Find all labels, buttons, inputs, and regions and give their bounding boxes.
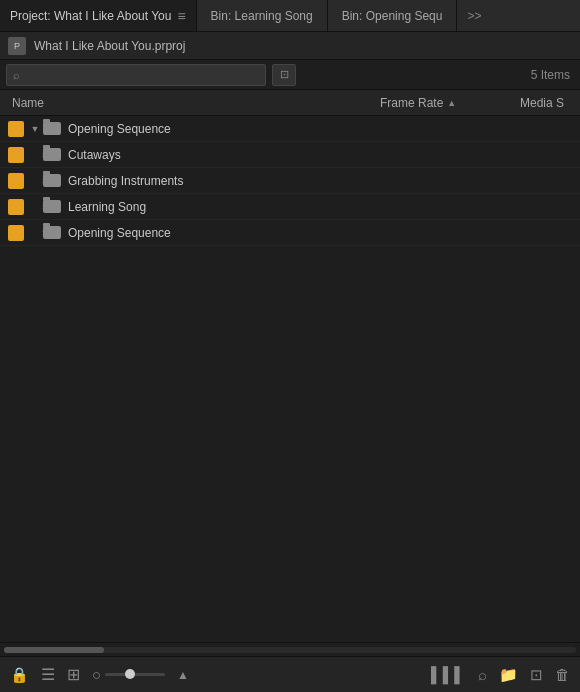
active-tab-label: Project: What I Like About You — [10, 9, 171, 23]
col-header-name[interactable]: Name — [0, 96, 380, 110]
table-row[interactable]: › Opening Sequence — [0, 220, 580, 246]
list-view-icon[interactable]: ☰ — [41, 665, 55, 684]
row-label: Grabbing Instruments — [68, 174, 580, 188]
folder-icon — [42, 173, 62, 189]
zoom-slider[interactable]: ○ — [92, 666, 165, 683]
col-framerate-sort-arrow: ▲ — [447, 98, 456, 108]
bin-opening-tab[interactable]: Bin: Opening Sequ — [328, 0, 458, 31]
title-bar: Project: What I Like About You ≡ Bin: Le… — [0, 0, 580, 32]
expand-arrow[interactable]: › — [28, 150, 42, 160]
folder-icon — [42, 199, 62, 215]
up-arrow-icon[interactable]: ▲ — [177, 668, 189, 682]
folder-icon — [42, 121, 62, 137]
search-input[interactable] — [24, 68, 259, 82]
active-project-tab[interactable]: Project: What I Like About You ≡ — [0, 0, 197, 31]
bin-learning-label: Bin: Learning Song — [211, 9, 313, 23]
column-header: Name Frame Rate ▲ Media S — [0, 90, 580, 116]
col-framerate-label: Frame Rate — [380, 96, 443, 110]
table-row[interactable]: › Learning Song — [0, 194, 580, 220]
filter-icon: ⊡ — [280, 68, 289, 81]
table-row[interactable]: ▼ Opening Sequence — [0, 116, 580, 142]
expand-arrow[interactable]: › — [28, 176, 42, 186]
horizontal-scrollbar[interactable] — [0, 642, 580, 656]
overflow-icon: >> — [467, 9, 481, 23]
row-label: Learning Song — [68, 200, 580, 214]
slider-track[interactable] — [105, 673, 165, 676]
folder-icon — [42, 147, 62, 163]
bars-chart-icon[interactable]: ▌▌▌ — [431, 666, 466, 683]
col-header-mediastatus[interactable]: Media S — [520, 96, 564, 110]
search-input-wrap[interactable]: ⌕ — [6, 64, 266, 86]
scrollbar-track[interactable] — [4, 647, 576, 653]
tab-overflow-button[interactable]: >> — [457, 9, 491, 23]
col-header-framerate[interactable]: Frame Rate ▲ — [380, 96, 520, 110]
slider-thumb[interactable] — [125, 669, 135, 679]
row-color-swatch — [8, 147, 24, 163]
scrollbar-thumb[interactable] — [4, 647, 104, 653]
bin-learning-tab[interactable]: Bin: Learning Song — [197, 0, 328, 31]
row-color-swatch — [8, 121, 24, 137]
row-label: Cutaways — [68, 148, 580, 162]
row-color-swatch — [8, 225, 24, 241]
items-count: 5 Items — [531, 68, 574, 82]
menu-icon[interactable]: ≡ — [177, 8, 185, 24]
new-folder-icon[interactable]: 📁 — [499, 666, 518, 684]
folder-icon — [42, 225, 62, 241]
expand-arrow[interactable]: ▼ — [28, 124, 42, 134]
row-color-swatch — [8, 173, 24, 189]
lock-icon[interactable]: 🔒 — [10, 666, 29, 684]
circle-icon: ○ — [92, 666, 101, 683]
project-icon: P — [8, 37, 26, 55]
bin-opening-label: Bin: Opening Sequ — [342, 9, 443, 23]
search-filter-button[interactable]: ⊡ — [272, 64, 296, 86]
toolbar-right-icons: ▌▌▌ ⌕ 📁 ⊡ 🗑 — [431, 666, 570, 684]
row-label: Opening Sequence — [68, 122, 580, 136]
search-icon: ⌕ — [13, 69, 20, 81]
delete-icon[interactable]: 🗑 — [555, 666, 570, 683]
table-row[interactable]: › Grabbing Instruments — [0, 168, 580, 194]
table-row[interactable]: › Cutaways — [0, 142, 580, 168]
search-bar: ⌕ ⊡ 5 Items — [0, 60, 580, 90]
subtitle-bar: P What I Like About You.prproj — [0, 32, 580, 60]
grid-view-icon[interactable]: ⊞ — [67, 665, 80, 684]
file-list: ▼ Opening Sequence › Cutaways › Grabbing… — [0, 116, 580, 642]
row-color-swatch — [8, 199, 24, 215]
expand-arrow[interactable]: › — [28, 202, 42, 212]
project-filename: What I Like About You.prproj — [34, 39, 185, 53]
row-label: Opening Sequence — [68, 226, 580, 240]
expand-arrow[interactable]: › — [28, 228, 42, 238]
search-icon[interactable]: ⌕ — [478, 666, 487, 683]
label-icon[interactable]: ⊡ — [530, 666, 543, 684]
bottom-toolbar: 🔒 ☰ ⊞ ○ ▲ ▌▌▌ ⌕ 📁 ⊡ 🗑 — [0, 656, 580, 692]
